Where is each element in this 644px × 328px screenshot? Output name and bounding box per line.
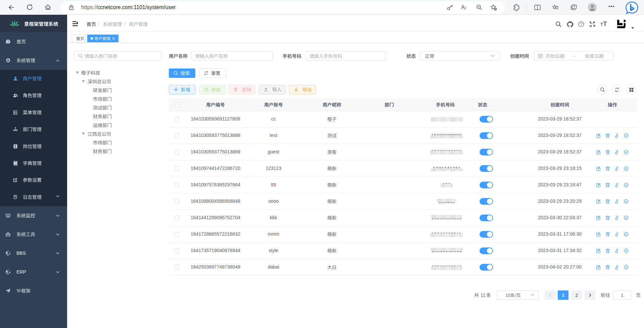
svg-text:?: ? bbox=[580, 22, 582, 26]
